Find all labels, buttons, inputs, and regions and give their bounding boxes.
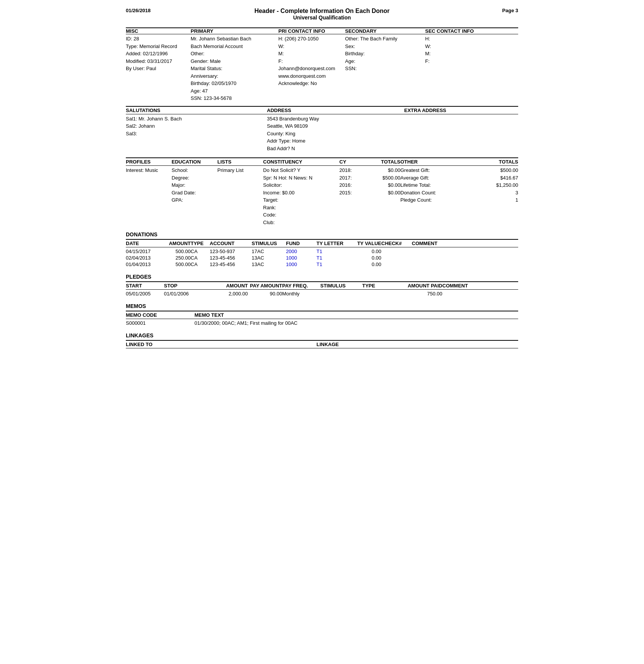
primary-data: Mr. Johann Sebastian Bach Bach Memorial …	[191, 35, 278, 102]
pledges-header: START STOP AMOUNT PAY AMOUNT PAY FREQ. S…	[126, 281, 518, 290]
lists-label: LISTS	[217, 159, 263, 165]
salutations-label: SALUTATIONS	[126, 107, 267, 113]
pri-contact-website: www.donorquest.com	[278, 72, 345, 80]
primary-marital: Marital Status:	[191, 65, 278, 72]
donation-comment	[412, 249, 518, 254]
page-number: Page 3	[484, 8, 518, 13]
donation-amount: 250.00	[160, 255, 191, 261]
address-label: ADDRESS	[267, 107, 404, 113]
secondary-ssn: SSN:	[345, 65, 425, 72]
sal-addr-data: Sal1: Mr. Johann S. Bach Sal2: Johann Sa…	[126, 115, 518, 152]
primary-gender: Gender: Male	[191, 58, 278, 65]
linkages-hdr-linked-to: LINKED TO	[126, 342, 316, 347]
const-do-not-solicit: Do Not Solicit? Y	[263, 167, 339, 174]
primary-ssn: SSN: 123-34-5678	[191, 95, 278, 102]
edu-gpa: GPA:	[172, 196, 217, 204]
main-title: Header - Complete Information On Each Do…	[160, 8, 484, 14]
table-row: 05/01/2005 01/01/2006 2,000.00 90.00 Mon…	[126, 290, 518, 297]
donation-fund: 1000	[286, 261, 316, 267]
address-data: 3543 Brandenburg Way Seattle, WA 98109 C…	[267, 115, 404, 152]
cy-2017: 2017:	[339, 174, 366, 182]
primary-birthday: Birthday: 02/05/1970	[191, 80, 278, 87]
other-donation-count-lbl: Donation Count:	[400, 189, 450, 197]
linkages-hdr-linkage: LINKAGE	[316, 342, 518, 347]
donations-hdr-date: DATE	[126, 241, 160, 246]
memo-text: 01/30/2000; 00AC; AM1; First mailing for…	[194, 320, 518, 326]
donation-checknum	[381, 249, 412, 254]
memo-code: S000001	[126, 320, 194, 326]
education-label: EDUCATION	[172, 159, 217, 165]
donation-date: 04/15/2017	[126, 249, 160, 254]
pledge-start: 05/01/2005	[126, 291, 164, 297]
secondary-other: Other: The Bach Family	[345, 35, 425, 43]
pledges-hdr-pay-freq: PAY FREQ.	[282, 283, 320, 289]
table-row: 02/04/2013 250.00 CA 123-45-456 13AC 100…	[126, 255, 518, 261]
pledges-hdr-stimulus: STIMULUS	[320, 283, 362, 289]
donation-type: CA	[191, 249, 210, 254]
donation-comment	[412, 261, 518, 267]
pledges-hdr-pay-amount: PAY AMOUNT	[248, 283, 282, 289]
donation-fund: 1000	[286, 255, 316, 261]
sec-contact-m: M:	[425, 50, 518, 58]
const-club: Club:	[263, 219, 339, 226]
profiles-data: Interest: Music School: Degree: Major: G…	[126, 167, 518, 226]
education-data: School: Degree: Major: Grad Date: GPA:	[172, 167, 217, 226]
sal1: Sal1: Mr. Johann S. Bach	[126, 115, 267, 123]
edu-school: School:	[172, 167, 217, 174]
pledges-rows: 05/01/2005 01/01/2006 2,000.00 90.00 Mon…	[126, 290, 518, 297]
cy-label: CY	[339, 159, 366, 165]
donation-ty-letter: T1	[316, 255, 351, 261]
secondary-birthday: Birthday:	[345, 50, 425, 58]
memos-section-title: MEMOS	[126, 303, 518, 309]
donation-ty-value: 0.00	[351, 261, 381, 267]
memos-rows: S000001 01/30/2000; 00AC; AM1; First mai…	[126, 320, 518, 326]
const-solicitor: Solicitor:	[263, 181, 339, 189]
misc-by-user: By User: Paul	[126, 65, 191, 72]
donation-ty-letter: T1	[316, 261, 351, 267]
constituency-label: CONSTITUENCY	[263, 159, 339, 165]
pledges-hdr-type: TYPE	[362, 283, 400, 289]
donations-hdr-comment: COMMENT	[412, 241, 518, 246]
pri-contact-acknowledge: Acknowledge: No	[278, 80, 345, 87]
other-greatest-gift-val: $500.00	[450, 167, 518, 174]
donations-hdr-type: TYPE	[191, 241, 210, 246]
donation-account: 123-45-456	[210, 261, 252, 267]
pledges-hdr-amount-paid: AMOUNT PAID	[400, 283, 442, 289]
table-row: S000001 01/30/2000; 00AC; AM1; First mai…	[126, 320, 518, 326]
donation-date: 01/04/2013	[126, 261, 160, 267]
sec-contact-h: H:	[425, 35, 518, 43]
other-pledge-count-val: 1	[450, 196, 518, 204]
sal2: Sal2: Johann	[126, 122, 267, 130]
donation-ty-letter: T1	[316, 249, 351, 254]
memos-hdr-text: MEMO TEXT	[194, 312, 518, 318]
interest: Interest: Music	[126, 167, 172, 174]
profiles-labels: PROFILES EDUCATION LISTS CONSTITUENCY CY…	[126, 157, 518, 166]
other-label: OTHER	[400, 159, 450, 165]
const-income: Income: $0.00	[263, 189, 339, 197]
donations-hdr-stimulus: STIMULUS	[252, 241, 286, 246]
sec-contact-data: H: W: M: F:	[425, 35, 518, 102]
lists-data: Primary List	[217, 167, 263, 226]
cy-years: 2018: 2017: 2016: 2015:	[339, 167, 366, 226]
pri-contact-data: H: (206) 270-1050 W: M: F: Johann@donorq…	[278, 35, 345, 102]
secondary-sex: Sex:	[345, 43, 425, 50]
addr-county: County: King	[267, 130, 404, 138]
other-average-gift-val: $416.67	[450, 174, 518, 182]
secondary-label: SECONDARY	[345, 28, 425, 34]
primary-label: PRIMARY	[191, 28, 278, 34]
donations-hdr-ty-value: TY VALUE	[351, 241, 381, 246]
pledges-section-title: PLEDGES	[126, 274, 518, 280]
secondary-age: Age:	[345, 58, 425, 65]
pledges-hdr-amount: AMOUNT	[210, 283, 248, 289]
pledge-stop: 01/01/2006	[164, 291, 210, 297]
donation-checknum	[381, 255, 412, 261]
extra-address-data	[404, 115, 518, 152]
sec-contact-label: SEC CONTACT INFO	[425, 28, 518, 34]
other-greatest-gift-lbl: Greatest Gift:	[400, 167, 450, 174]
donation-stimulus: 13AC	[252, 261, 286, 267]
pledge-stimulus	[320, 291, 362, 297]
primary-name: Mr. Johann Sebastian Bach	[191, 35, 278, 43]
pri-contact-m: M:	[278, 50, 345, 58]
donations-hdr-account: ACCOUNT	[210, 241, 252, 246]
table-row: 04/15/2017 500.00 CA 123-50-937 17AC 200…	[126, 248, 518, 255]
